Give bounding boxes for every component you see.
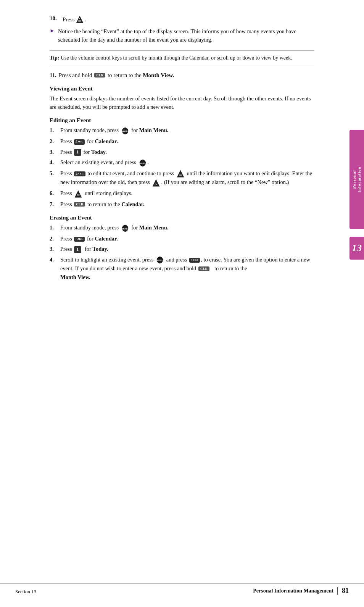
li-content-1: From standby mode, press MENU for Main M… <box>60 126 314 135</box>
li-num-5: 5. <box>50 169 59 178</box>
step-11-bold: Month View. <box>143 72 174 79</box>
viewing-section: Viewing an Event The Event screen displa… <box>50 86 314 111</box>
step-11-text1: Press and hold <box>59 72 92 79</box>
tip-box: Tip: Use the volume control keys to scro… <box>50 50 314 65</box>
erasing-list: 1. From standby mode, press MENU for Mai… <box>50 223 314 281</box>
e-li-num-2: 2. <box>50 234 59 243</box>
svg-text:MENU: MENU <box>139 162 146 164</box>
li-num-1: 1. <box>50 126 59 134</box>
footer-page-num: 81 <box>337 587 349 595</box>
svg-text:OK: OK <box>179 174 182 176</box>
svg-text:▲: ▲ <box>79 17 81 19</box>
clr-key-7: CLR <box>74 202 85 207</box>
svg-text:OK: OK <box>77 194 80 196</box>
svg-text:MENU: MENU <box>156 259 163 262</box>
key-1-e: 1 <box>74 246 81 253</box>
menu-icon-4: MENU <box>139 159 147 167</box>
key-5jkl: 5JKL <box>74 139 85 145</box>
li-num-7: 7. <box>50 200 59 208</box>
footer: Section 13 Personal Information Manageme… <box>0 583 364 595</box>
editing-item-1: 1. From standby mode, press MENU for Mai… <box>50 126 314 135</box>
e-li-num-1: 1. <box>50 223 59 232</box>
key-3def: 3DEF <box>189 258 200 263</box>
editing-heading: Editing an Event <box>50 117 314 124</box>
erasing-heading: Erasing an Event <box>50 215 314 221</box>
li-content-5: Press 2ABC to edit that event, and conti… <box>60 169 314 187</box>
ok-icon: OK ▲ <box>76 15 84 24</box>
e-li-num-3: 3. <box>50 245 59 253</box>
menu-icon-1: MENU <box>121 127 129 135</box>
svg-text:OK: OK <box>78 20 81 22</box>
editing-item-4: 4. Select an existing event, and press M… <box>50 158 314 167</box>
svg-text:MENU: MENU <box>122 227 128 229</box>
key-5jkl-e: 5JKL <box>74 237 85 242</box>
footer-right: Personal Information Management 81 <box>253 587 349 595</box>
editing-item-3: 3. Press 1 for Today. <box>50 148 314 156</box>
editing-item-7: 7. Press CLR to return to the Calendar. <box>50 200 314 208</box>
ok-icon-5b: OK <box>152 179 160 187</box>
sidebar-chapter-num: 13 <box>350 237 364 260</box>
svg-marker-7 <box>153 179 160 187</box>
editing-item-6: 6. Press OK until storing displays. <box>50 189 314 198</box>
svg-text:MENU: MENU <box>122 130 128 132</box>
step-10-text: Press <box>63 16 75 23</box>
step-10: 10. Press OK ▲ . <box>50 15 314 24</box>
menu-icon-e1: MENU <box>121 224 129 232</box>
erasing-item-3: 3. Press 1 for Today. <box>50 245 314 253</box>
li-content-3: Press 1 for Today. <box>60 148 314 156</box>
svg-marker-5 <box>177 170 184 178</box>
e-li-content-1: From standby mode, press MENU for Main M… <box>60 223 314 232</box>
step-10-number: 10. <box>50 15 60 22</box>
tip-text: Use the volume control keys to scroll by… <box>59 55 292 61</box>
ok-icon-6: OK <box>74 190 82 198</box>
step-11-text2: to return to the <box>108 72 142 79</box>
li-num-3: 3. <box>50 148 59 156</box>
editing-item-5: 5. Press 2ABC to edit that event, and co… <box>50 169 314 187</box>
li-content-6: Press OK until storing displays. <box>60 189 314 198</box>
e-li-content-2: Press 5JKL for Calendar. <box>60 234 314 243</box>
tip-label: Tip: <box>50 55 59 61</box>
li-content-4: Select an existing event, and press MENU… <box>60 158 314 167</box>
li-num-6: 6. <box>50 189 59 197</box>
li-num-4: 4. <box>50 158 59 166</box>
li-num-2: 2. <box>50 137 59 145</box>
editing-item-2: 2. Press 5JKL for Calendar. <box>50 137 314 145</box>
bullet-text: Notice the heading “Event” at the top of… <box>58 27 314 44</box>
erasing-item-4: 4. Scroll to highlight an existing event… <box>50 255 314 282</box>
clr-key: CLR <box>94 73 105 77</box>
viewing-heading: Viewing an Event <box>50 86 314 92</box>
bullet-icon: ► <box>50 28 55 34</box>
bullet-notice: ► Notice the heading “Event” at the top … <box>50 27 314 44</box>
svg-marker-9 <box>75 190 82 197</box>
footer-title: Personal Information Management <box>253 588 333 594</box>
key-1: 1 <box>74 149 81 156</box>
step-11-number: 11. <box>50 72 56 79</box>
sidebar-tab: Personal Information <box>350 130 364 229</box>
editing-section: Editing an Event 1. From standby mode, p… <box>50 117 314 208</box>
erasing-item-2: 2. Press 5JKL for Calendar. <box>50 234 314 243</box>
step-10-period: . <box>85 16 86 23</box>
e-li-content-4: Scroll to highlight an existing event, p… <box>60 255 314 282</box>
key-2abc: 2ABC <box>74 171 85 177</box>
clr-key-e4: CLR <box>198 266 209 271</box>
li-content-7: Press CLR to return to the Calendar. <box>60 200 314 208</box>
menu-icon-e4: MENU <box>156 256 164 264</box>
month-view-label: Month View. <box>60 274 90 280</box>
footer-section: Section 13 <box>15 589 36 595</box>
erasing-item-1: 1. From standby mode, press MENU for Mai… <box>50 223 314 232</box>
erasing-section: Erasing an Event 1. From standby mode, p… <box>50 215 314 281</box>
editing-list: 1. From standby mode, press MENU for Mai… <box>50 126 314 208</box>
viewing-body: The Event screen displays the number of … <box>50 94 314 111</box>
svg-text:OK: OK <box>155 184 158 186</box>
sidebar-text: Personal Information <box>352 166 362 192</box>
step-11: 11. Press and hold CLR to return to the … <box>50 72 314 79</box>
e-li-num-4: 4. <box>50 255 59 264</box>
ok-icon-5a: OK <box>176 170 185 178</box>
e-li-content-3: Press 1 for Today. <box>60 245 314 253</box>
li-content-2: Press 5JKL for Calendar. <box>60 137 314 145</box>
